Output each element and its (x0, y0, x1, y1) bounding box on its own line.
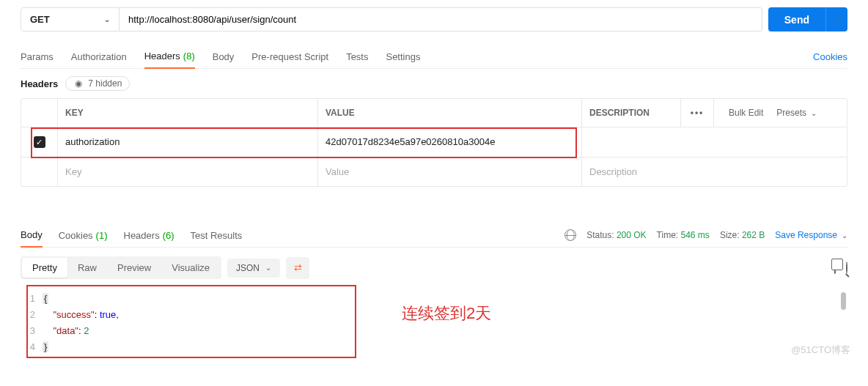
send-dropdown[interactable]: ⌄ (825, 7, 847, 31)
presets-dropdown[interactable]: Presets ⌄ (770, 108, 823, 118)
status-label: Status: 200 OK (586, 230, 646, 240)
save-response-button[interactable]: Save Response ⌄ (775, 230, 847, 240)
headers-table: KEY VALUE DESCRIPTION ••• Bulk Edit Pres… (21, 98, 847, 187)
table-row-new: Key Value Description (21, 157, 847, 186)
watermark: @51CTO博客 (791, 344, 850, 357)
chevron-down-icon: ⌄ (834, 15, 840, 23)
tab-body[interactable]: Body (213, 45, 235, 68)
line-gutter: 1234 (21, 291, 43, 355)
chevron-down-icon: ⌄ (104, 15, 110, 23)
table-row: ✓ authorization 42d07017d8234e5a97e02608… (21, 127, 847, 157)
url-input[interactable] (119, 7, 762, 31)
format-select[interactable]: JSON ⌄ (227, 259, 280, 278)
send-button[interactable]: Send (768, 7, 825, 31)
row-value-input[interactable]: 42d07017d8234e5a97e0260810a3004e (318, 127, 582, 157)
th-key: KEY (58, 99, 318, 127)
headers-count: (8) (183, 51, 195, 62)
tab-params[interactable]: Params (21, 45, 54, 68)
view-pretty[interactable]: Pretty (22, 258, 67, 278)
scrollbar[interactable] (841, 292, 846, 310)
http-method-select[interactable]: GET ⌄ (21, 7, 119, 31)
wrap-icon: ⇄ (294, 262, 302, 273)
tab-headers[interactable]: Headers (8) (144, 45, 195, 69)
headers-section-title: Headers (21, 78, 58, 89)
size-label: Size: 262 B (720, 230, 765, 240)
chevron-down-icon: ⌄ (811, 109, 817, 117)
row-enabled-checkbox[interactable]: ✓ (34, 136, 45, 148)
tab-authorization[interactable]: Authorization (71, 45, 127, 68)
annotation-text: 连续签到2天 (402, 303, 491, 324)
time-label: Time: 546 ms (657, 230, 710, 240)
eye-icon: ◉ (73, 78, 84, 89)
search-icon (846, 261, 847, 274)
chevron-down-icon: ⌄ (265, 264, 271, 272)
wrap-lines-button[interactable]: ⇄ (286, 257, 309, 279)
th-value: VALUE (318, 99, 582, 127)
bulk-edit-button[interactable]: Bulk Edit (721, 108, 770, 118)
hidden-headers-toggle[interactable]: ◉ 7 hidden (65, 76, 130, 91)
cookies-link[interactable]: Cookies (813, 51, 847, 62)
response-tab-cookies[interactable]: Cookies (1) (59, 224, 108, 247)
th-description: DESCRIPTION (582, 99, 681, 127)
copy-icon (834, 261, 836, 274)
new-key-input[interactable]: Key (58, 157, 318, 186)
more-icon[interactable]: ••• (681, 99, 714, 127)
view-preview[interactable]: Preview (107, 258, 161, 278)
tab-prerequest[interactable]: Pre-request Script (251, 45, 328, 68)
chevron-down-icon: ⌄ (842, 231, 847, 240)
search-button[interactable] (846, 262, 847, 273)
new-description-input[interactable]: Description (582, 157, 847, 186)
view-mode-segment: Pretty Raw Preview Visualize (21, 256, 221, 279)
copy-button[interactable] (834, 262, 836, 273)
tab-settings[interactable]: Settings (386, 45, 420, 68)
view-visualize[interactable]: Visualize (161, 258, 220, 278)
response-tab-headers[interactable]: Headers (6) (124, 224, 174, 247)
response-tab-body[interactable]: Body (21, 223, 43, 248)
row-description-input[interactable] (582, 127, 847, 157)
row-key-input[interactable]: authorization (58, 127, 318, 157)
globe-icon[interactable] (564, 229, 576, 241)
http-method-label: GET (30, 14, 50, 25)
response-tab-tests[interactable]: Test Results (191, 224, 243, 247)
view-raw[interactable]: Raw (67, 258, 107, 278)
new-value-input[interactable]: Value (318, 157, 582, 186)
tab-tests[interactable]: Tests (346, 45, 368, 68)
